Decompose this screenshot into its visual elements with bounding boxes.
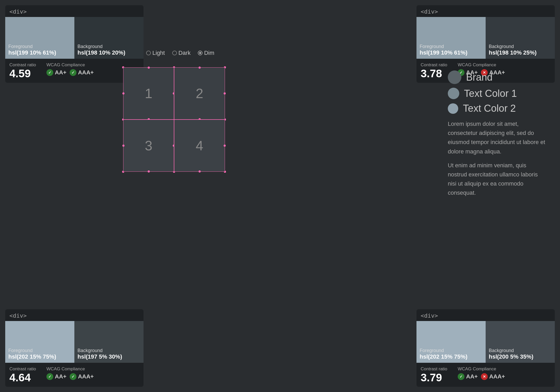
grid-container: 1 2 3 4 <box>123 67 225 172</box>
bg-color-box-tr: Background hsl(198 10% 25%) <box>486 17 555 59</box>
radio-dim-inner <box>199 52 201 54</box>
panel-tag-tr: <div> <box>416 5 555 17</box>
grid-cell-1-label: 1 <box>145 86 152 101</box>
legend-item-text1: Text Color 1 <box>448 88 547 99</box>
aaa-icon-bl: ✓ <box>70 373 76 380</box>
grid-cell-2-label: 2 <box>196 86 203 101</box>
bottom-left-panel: <div> Foreground hsl(202 15% 75%) Backgr… <box>5 309 144 387</box>
lorem-para-1: Lorem ipsum dolor sit amet, consectetur … <box>448 119 547 156</box>
handle-cell3-l <box>122 145 124 147</box>
panel-tag-tl: <div> <box>5 5 144 17</box>
radio-light <box>146 51 151 55</box>
handle-cell2-r <box>224 92 226 94</box>
wcag-label-bl: WCAG Compliance <box>46 366 94 372</box>
aaa-badge-bl: ✓ AAA+ <box>70 373 94 380</box>
theme-dim[interactable]: Dim <box>198 50 214 56</box>
fg-color-box-bl: Foreground hsl(202 15% 75%) <box>5 321 74 363</box>
legend-item-brand: Brand <box>448 70 547 84</box>
text1-circle <box>448 88 459 99</box>
panel-stats-br: Contrast ratio 3.79 WCAG Compliance ✓ AA… <box>416 363 555 387</box>
aaa-icon-br: ✕ <box>481 373 488 380</box>
brand-label: Brand <box>466 72 492 83</box>
handle-cell1-l <box>122 92 124 94</box>
contrast-label-tl: Contrast ratio <box>9 62 36 68</box>
bottom-right-panel: <div> Foreground hsl(202 15% 75%) Backgr… <box>416 309 555 387</box>
wcag-section-tl: WCAG Compliance ✓ AA+ ✓ AAA+ <box>46 62 94 76</box>
fg-color-box-br: Foreground hsl(202 15% 75%) <box>416 321 486 363</box>
handle-cell3-b <box>148 170 150 173</box>
fg-color-box-tr: Foreground hsl(199 10% 61%) <box>416 17 486 59</box>
handle-cell4-r <box>224 145 226 147</box>
top-left-panel: <div> Foreground hsl(199 10% 61%) Backgr… <box>5 5 144 83</box>
contrast-value-tl: 4.59 <box>9 68 36 79</box>
aaa-icon-tl: ✓ <box>70 69 76 76</box>
lorem-text: Lorem ipsum dolor sit amet, consectetur … <box>448 119 547 198</box>
theme-selector: Light Dark Dim <box>146 50 214 56</box>
fg-value-tl: hsl(199 10% 61%) <box>8 49 71 56</box>
contrast-value-br: 3.79 <box>421 372 447 383</box>
grid-cell-3-label: 3 <box>145 138 152 153</box>
contrast-label-br: Contrast ratio <box>421 366 447 372</box>
contrast-label-tr: Contrast ratio <box>421 62 447 68</box>
aa-icon-bl: ✓ <box>46 373 53 380</box>
text1-label: Text Color 1 <box>464 88 517 99</box>
panel-tag-bl: <div> <box>5 309 144 321</box>
wcag-badges-bl: ✓ AA+ ✓ AAA+ <box>46 373 94 380</box>
bg-color-box-bl: Background hsl(197 5% 30%) <box>74 321 144 363</box>
aaa-badge-br: ✕ AAA+ <box>481 373 505 380</box>
contrast-value-tr: 3.78 <box>421 68 447 79</box>
brand-circle <box>448 70 461 84</box>
bg-value-bl: hsl(197 5% 30%) <box>78 353 140 360</box>
fg-label-tl: Foreground <box>8 44 71 49</box>
bg-label-tl: Background <box>78 44 140 49</box>
fg-label-tr: Foreground <box>420 44 482 49</box>
theme-dark-label: Dark <box>178 50 190 56</box>
text2-circle <box>448 103 458 114</box>
aa-icon-tl: ✓ <box>46 69 53 76</box>
radio-dark <box>172 51 177 55</box>
aa-badge-tl: ✓ AA+ <box>46 69 67 76</box>
bg-value-tl: hsl(198 10% 20%) <box>78 49 140 56</box>
grid-inner: 1 2 3 4 <box>123 67 225 172</box>
bg-value-br: hsl(200 5% 35%) <box>489 353 552 360</box>
grid-cell-4-label: 4 <box>196 138 203 153</box>
bg-color-box-br: Background hsl(200 5% 35%) <box>486 321 555 363</box>
aa-badge-bl: ✓ AA+ <box>46 373 67 380</box>
fg-value-tr: hsl(199 10% 61%) <box>420 49 482 56</box>
grid-cell-4: 4 <box>174 120 225 172</box>
contrast-label-bl: Contrast ratio <box>9 366 36 372</box>
wcag-label-br: WCAG Compliance <box>458 366 505 372</box>
lorem-para-2: Ut enim ad minim veniam, quis nostrud ex… <box>448 161 547 198</box>
legend-item-text2: Text Color 2 <box>448 103 547 114</box>
fg-label-br: Foreground <box>420 348 482 353</box>
wcag-label-tr: WCAG Compliance <box>458 62 505 68</box>
aaa-badge-tl: ✓ AAA+ <box>70 69 94 76</box>
panel-stats-bl: Contrast ratio 4.64 WCAG Compliance ✓ AA… <box>5 363 144 387</box>
wcag-badges-tl: ✓ AA+ ✓ AAA+ <box>46 69 94 76</box>
panel-tag-br: <div> <box>416 309 555 321</box>
text2-label: Text Color 2 <box>463 103 516 114</box>
handle-cell1-t <box>148 67 150 69</box>
fg-value-br: hsl(202 15% 75%) <box>420 353 482 360</box>
fg-value-bl: hsl(202 15% 75%) <box>8 353 71 360</box>
theme-dark[interactable]: Dark <box>172 50 190 56</box>
grid-cell-2: 2 <box>174 67 225 120</box>
aa-icon-br: ✓ <box>458 373 464 380</box>
fg-color-box-tl: Foreground hsl(199 10% 61%) <box>5 17 74 59</box>
bg-label-tr: Background <box>489 44 552 49</box>
wcag-label-tl: WCAG Compliance <box>46 62 94 68</box>
handle-cell4-b <box>199 170 201 173</box>
grid-cell-1: 1 <box>123 67 174 120</box>
theme-light-label: Light <box>152 50 165 56</box>
info-panel: Brand Text Color 1 Text Color 2 Lorem ip… <box>448 70 547 202</box>
wcag-section-bl: WCAG Compliance ✓ AA+ ✓ AAA+ <box>46 366 94 380</box>
wcag-badges-br: ✓ AA+ ✕ AAA+ <box>458 373 505 380</box>
wcag-section-br: WCAG Compliance ✓ AA+ ✕ AAA+ <box>458 366 505 380</box>
handle-cell2-t <box>199 67 201 69</box>
panel-stats-tl: Contrast ratio 4.59 WCAG Compliance ✓ AA… <box>5 59 144 83</box>
radio-dim <box>198 51 202 55</box>
theme-dim-label: Dim <box>204 50 214 56</box>
bg-color-box-tl: Background hsl(198 10% 20%) <box>74 17 144 59</box>
fg-label-bl: Foreground <box>8 348 71 353</box>
theme-light[interactable]: Light <box>146 50 165 56</box>
